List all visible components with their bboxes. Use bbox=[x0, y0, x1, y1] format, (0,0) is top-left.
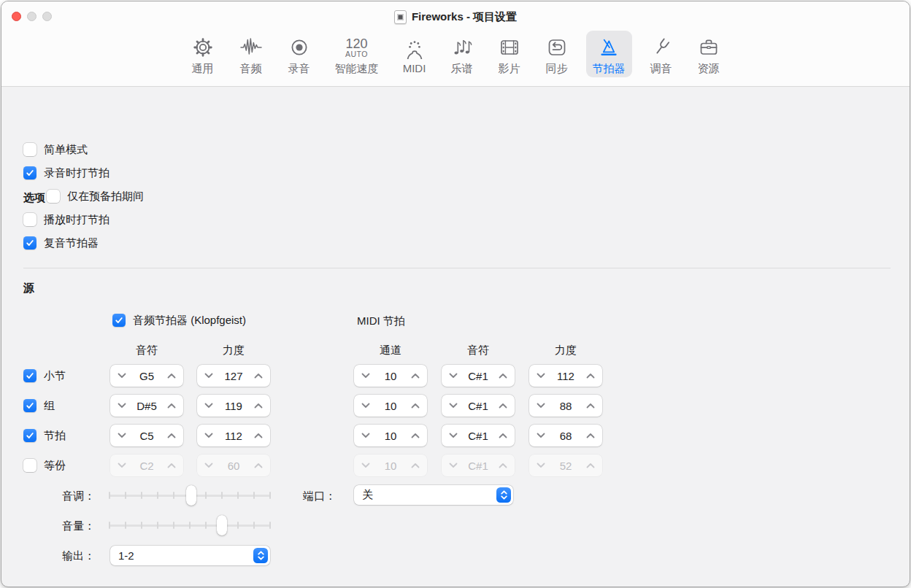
stepper-increment-icon[interactable] bbox=[167, 403, 176, 409]
slider-thumb[interactable] bbox=[186, 485, 196, 506]
source-row-label: 节拍 bbox=[44, 429, 66, 443]
output-popup[interactable]: 1-2 bbox=[110, 546, 270, 565]
toolbar-item-record[interactable]: 录音 bbox=[281, 31, 318, 77]
source-row-label: 小节 bbox=[44, 369, 66, 383]
source-row-division[interactable]: 等份 bbox=[23, 458, 66, 473]
stepper-increment-icon[interactable] bbox=[586, 373, 595, 379]
stepper-decrement-icon[interactable] bbox=[361, 433, 370, 438]
click-while-playing-checkbox[interactable] bbox=[23, 213, 36, 226]
beat-audio-velocity-stepper[interactable]: 112 bbox=[197, 425, 270, 446]
only-during-count-in-checkbox[interactable] bbox=[47, 190, 60, 203]
option-row-only-during-count-in[interactable]: 仅在预备拍期间 bbox=[47, 189, 144, 204]
stepper-increment-icon[interactable] bbox=[586, 433, 595, 438]
bar-midi-channel-stepper[interactable]: 10 bbox=[354, 365, 427, 387]
toolbar-item-movie[interactable]: 影片 bbox=[491, 31, 528, 77]
stepper-increment-icon[interactable] bbox=[411, 373, 420, 379]
slider-tick bbox=[205, 522, 207, 529]
division-checkbox[interactable] bbox=[23, 459, 36, 472]
toolbar-item-general[interactable]: 通用 bbox=[185, 31, 221, 77]
stepper-increment-icon bbox=[411, 463, 420, 468]
beat-checkbox[interactable] bbox=[23, 429, 36, 442]
stepper-decrement-icon[interactable] bbox=[361, 403, 370, 409]
stepper-increment-icon[interactable] bbox=[254, 433, 263, 438]
group-midi-channel-stepper[interactable]: 10 bbox=[354, 395, 427, 417]
toolbar-item-label: 资源 bbox=[698, 62, 720, 74]
source-row-beat[interactable]: 节拍 bbox=[23, 428, 66, 443]
slider-thumb[interactable] bbox=[217, 515, 227, 535]
stepper-increment-icon[interactable] bbox=[254, 403, 263, 409]
popup-chevrons-icon bbox=[496, 487, 511, 503]
bar-audio-velocity-stepper[interactable]: 127 bbox=[197, 365, 270, 387]
toolbar-item-smart-tempo[interactable]: 120AUTO智能速度 bbox=[328, 31, 385, 77]
option-label: 播放时打节拍 bbox=[44, 213, 109, 227]
click-while-recording-checkbox[interactable] bbox=[23, 166, 36, 179]
document-icon bbox=[394, 10, 407, 24]
stepper-decrement-icon[interactable] bbox=[118, 373, 126, 379]
stepper-increment-icon[interactable] bbox=[499, 433, 507, 438]
source-row-bar[interactable]: 小节 bbox=[23, 368, 66, 383]
stepper-increment-icon bbox=[254, 463, 263, 468]
stepper-value: 10 bbox=[385, 430, 397, 442]
stepper-decrement-icon[interactable] bbox=[118, 403, 126, 409]
stepper-value: 88 bbox=[560, 400, 572, 412]
stepper-increment-icon[interactable] bbox=[167, 433, 176, 438]
beat-midi-velocity-stepper[interactable]: 68 bbox=[529, 425, 602, 446]
option-row-click-while-playing[interactable]: 播放时打节拍 bbox=[23, 212, 109, 227]
bar-midi-note-stepper[interactable]: C#1 bbox=[442, 365, 515, 387]
group-audio-velocity-stepper[interactable]: 119 bbox=[197, 395, 270, 417]
toolbar-item-midi[interactable]: MIDI bbox=[396, 31, 433, 77]
stepper-decrement-icon[interactable] bbox=[449, 403, 458, 409]
source-row-group[interactable]: 组 bbox=[23, 398, 55, 413]
stepper-increment-icon[interactable] bbox=[586, 403, 595, 409]
port-popup[interactable]: 关 bbox=[354, 485, 513, 505]
stepper-decrement-icon[interactable] bbox=[537, 433, 545, 438]
stepper-increment-icon[interactable] bbox=[411, 433, 420, 438]
group-midi-velocity-stepper[interactable]: 88 bbox=[529, 395, 602, 417]
stepper-decrement-icon[interactable] bbox=[537, 373, 545, 379]
stepper-value: 10 bbox=[385, 460, 397, 472]
stepper-decrement-icon[interactable] bbox=[204, 403, 213, 409]
metronome-icon bbox=[597, 34, 620, 61]
division-midi-channel-stepper: 10 bbox=[354, 454, 427, 476]
option-row-simple-mode[interactable]: 简单模式 bbox=[23, 142, 88, 157]
option-row-click-while-recording[interactable]: 录音时打节拍 bbox=[23, 166, 109, 180]
stepper-increment-icon[interactable] bbox=[499, 403, 507, 409]
stepper-decrement-icon[interactable] bbox=[118, 433, 126, 438]
audio-click-checkbox[interactable] bbox=[112, 314, 126, 327]
stepper-increment-icon[interactable] bbox=[167, 373, 176, 379]
beat-midi-note-stepper[interactable]: C#1 bbox=[442, 425, 515, 446]
bar-checkbox[interactable] bbox=[23, 369, 36, 382]
simple-mode-checkbox[interactable] bbox=[23, 143, 36, 156]
group-midi-note-stepper[interactable]: C#1 bbox=[442, 395, 515, 417]
briefcase-icon bbox=[697, 34, 720, 61]
stepper-decrement-icon[interactable] bbox=[204, 433, 213, 438]
toolbar-item-audio[interactable]: 音频 bbox=[232, 31, 270, 77]
stepper-decrement-icon[interactable] bbox=[204, 373, 213, 379]
division-midi-velocity-stepper: 52 bbox=[529, 454, 602, 476]
stepper-decrement-icon[interactable] bbox=[449, 373, 458, 379]
group-audio-note-stepper[interactable]: D#5 bbox=[110, 395, 183, 417]
group-checkbox[interactable] bbox=[23, 399, 36, 412]
toolbar-item-assets[interactable]: 资源 bbox=[691, 31, 727, 77]
settings-content: 选项 简单模式录音时打节拍仅在预备拍期间播放时打节拍复音节拍器 源 音频节拍器 … bbox=[1, 88, 910, 587]
bar-audio-note-stepper[interactable]: G5 bbox=[110, 365, 183, 387]
beat-midi-channel-stepper[interactable]: 10 bbox=[354, 425, 427, 446]
beat-audio-note-stepper[interactable]: C5 bbox=[110, 425, 183, 446]
toolbar-item-metronome[interactable]: 节拍器 bbox=[586, 31, 632, 77]
stepper-increment-icon[interactable] bbox=[411, 403, 420, 409]
toolbar-item-score[interactable]: 乐谱 bbox=[444, 31, 480, 77]
stepper-increment-icon[interactable] bbox=[254, 373, 263, 379]
option-row-polyphonic-metronome[interactable]: 复音节拍器 bbox=[23, 236, 99, 250]
stepper-decrement-icon[interactable] bbox=[361, 373, 370, 379]
bar-midi-velocity-stepper[interactable]: 112 bbox=[529, 365, 602, 387]
volume-slider[interactable] bbox=[109, 515, 270, 535]
toolbar-item-sync[interactable]: 同步 bbox=[539, 31, 575, 77]
polyphonic-metronome-checkbox[interactable] bbox=[23, 236, 36, 249]
audio-click-row[interactable]: 音频节拍器 (Klopfgeist) bbox=[112, 313, 246, 328]
stepper-increment-icon[interactable] bbox=[499, 373, 507, 379]
stepper-decrement-icon[interactable] bbox=[537, 403, 545, 409]
toolbar-item-tuning[interactable]: 调音 bbox=[643, 31, 680, 77]
stepper-decrement-icon[interactable] bbox=[449, 433, 458, 438]
tonality-slider[interactable] bbox=[109, 485, 270, 506]
titlebar[interactable]: Fireworks - 项目设置 bbox=[1, 9, 910, 25]
